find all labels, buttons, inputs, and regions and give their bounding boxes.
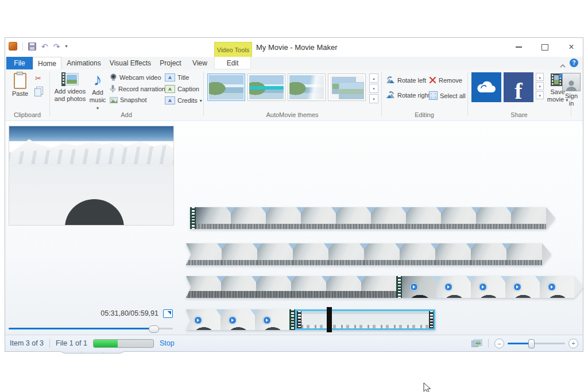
clip-frame[interactable]: [291, 276, 326, 298]
clip-frame[interactable]: [540, 276, 574, 298]
clip-frame[interactable]: [476, 207, 511, 229]
clip-frame[interactable]: [186, 243, 222, 265]
cut-button[interactable]: ✂: [35, 74, 41, 83]
clip-frame[interactable]: [231, 207, 266, 229]
tab-home[interactable]: Home: [33, 57, 61, 69]
rotate-left-label: Rotate left: [397, 77, 426, 84]
paste-button[interactable]: Paste: [9, 72, 32, 98]
divider: [22, 42, 23, 51]
gallery-up-icon[interactable]: ▴: [369, 73, 378, 83]
minimize-button[interactable]: [513, 41, 524, 53]
theme-fade[interactable]: [328, 73, 366, 101]
theme-default[interactable]: [207, 73, 245, 101]
title-icon: A: [165, 73, 175, 81]
clip-frame[interactable]: [506, 243, 542, 265]
undo-icon[interactable]: ↶: [41, 42, 48, 51]
playhead[interactable]: [327, 307, 332, 332]
facebook-icon: f: [514, 77, 522, 104]
timeline-row[interactable]: [186, 309, 435, 330]
clip-frame[interactable]: [402, 276, 436, 298]
sign-in-button[interactable]: Sign in: [561, 73, 582, 107]
clip-frame[interactable]: [371, 207, 406, 229]
tab-project[interactable]: Project: [156, 57, 185, 69]
clip-frame[interactable]: [441, 207, 476, 229]
gallery-down-icon[interactable]: ▾: [536, 82, 544, 90]
share-facebook-button[interactable]: f: [504, 72, 533, 102]
clip-frame[interactable]: [361, 276, 396, 298]
copy-button[interactable]: [36, 87, 43, 95]
title-button[interactable]: A Title: [165, 73, 189, 81]
clip-frame[interactable]: [256, 276, 291, 298]
clip-frame[interactable]: [435, 243, 471, 265]
clip-frame[interactable]: [222, 243, 257, 265]
timeline-row[interactable]: [190, 207, 555, 229]
tab-view[interactable]: View: [188, 57, 212, 69]
snapshot-button[interactable]: Snapshot: [110, 96, 146, 103]
tab-edit[interactable]: Edit: [214, 57, 251, 69]
redo-icon[interactable]: ↷: [53, 42, 60, 51]
storyboard: [5, 121, 583, 337]
window-controls: ×: [513, 41, 577, 53]
record-narration-button[interactable]: Record narration ▾: [110, 85, 170, 93]
gallery-more-icon[interactable]: ▾: [369, 94, 378, 103]
add-music-button[interactable]: ♪ Add music ▾: [88, 72, 107, 112]
clip-frame[interactable]: [471, 276, 505, 298]
clip-frame[interactable]: [505, 276, 540, 298]
thumbnail-size-icon[interactable]: [471, 339, 482, 348]
theme-contemporary[interactable]: [247, 73, 285, 101]
gallery-down-icon[interactable]: ▾: [369, 84, 378, 93]
clip-frame[interactable]: [406, 207, 441, 229]
add-videos-button[interactable]: Add videos and photos: [53, 72, 87, 103]
webcam-video-button[interactable]: Webcam video: [110, 73, 161, 81]
clip-frame[interactable]: [293, 243, 328, 265]
clip-frame[interactable]: [328, 243, 364, 265]
clip-frame[interactable]: [255, 309, 289, 330]
clip-frame[interactable]: [471, 243, 506, 265]
save-icon[interactable]: [28, 42, 36, 51]
stop-link[interactable]: Stop: [160, 339, 175, 347]
gallery-up-icon[interactable]: ▴: [536, 73, 544, 81]
clip-frame[interactable]: [364, 243, 400, 265]
clip-frame[interactable]: [511, 207, 546, 229]
select-all-button[interactable]: Select all: [429, 91, 466, 100]
sign-in-label-2: in: [569, 100, 574, 107]
theme-cinematic[interactable]: [288, 73, 326, 101]
clip-frame[interactable]: [266, 207, 301, 229]
clip-frame[interactable]: [326, 276, 361, 298]
tab-animations[interactable]: Animations: [65, 57, 103, 69]
share-onedrive-button[interactable]: [471, 72, 501, 102]
clip-frame[interactable]: [221, 276, 256, 298]
zoom-thumb[interactable]: [528, 339, 535, 348]
remove-button[interactable]: Remove: [429, 76, 462, 84]
timeline-row[interactable]: [186, 243, 551, 265]
clip-frame[interactable]: [257, 243, 293, 265]
help-icon[interactable]: ?: [570, 59, 578, 67]
selected-clip[interactable]: [295, 309, 435, 330]
zoom-out-button[interactable]: –: [494, 339, 504, 348]
close-button[interactable]: ×: [566, 41, 577, 53]
tab-file[interactable]: File: [6, 57, 33, 69]
clip-frame[interactable]: [186, 276, 221, 298]
clip-frame[interactable]: [186, 309, 220, 330]
webcam-video-label: Webcam video: [119, 74, 161, 81]
dropdown-caret-icon: ▾: [96, 106, 99, 111]
tab-visual-effects[interactable]: Visual Effects: [107, 57, 153, 69]
app-icon[interactable]: [9, 42, 17, 51]
credits-button[interactable]: A Credits ▾: [165, 96, 202, 104]
rotate-right-button[interactable]: Rotate right: [386, 91, 430, 99]
gallery-more-icon[interactable]: ▾: [536, 91, 544, 99]
clip-frame[interactable]: [301, 207, 336, 229]
clip-frame[interactable]: [436, 276, 471, 298]
timeline-row[interactable]: [186, 276, 583, 298]
clip-frame[interactable]: [400, 243, 435, 265]
clip-frame[interactable]: [220, 309, 255, 330]
caption-button[interactable]: A Caption: [165, 85, 199, 93]
clip-frame[interactable]: [336, 207, 371, 229]
qat-customize-caret-icon[interactable]: ▾: [65, 44, 67, 49]
zoom-slider[interactable]: [508, 339, 565, 347]
collapse-ribbon-icon[interactable]: [560, 60, 566, 70]
clip-frame[interactable]: [196, 207, 231, 229]
rotate-left-button[interactable]: Rotate left: [386, 76, 426, 84]
zoom-in-button[interactable]: +: [568, 339, 578, 348]
maximize-button[interactable]: [539, 41, 551, 53]
